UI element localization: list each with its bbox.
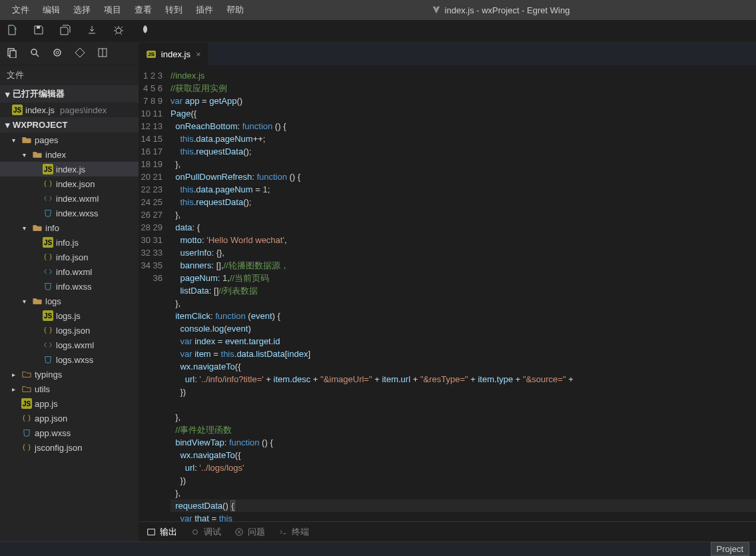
- svg-rect-3: [10, 51, 16, 58]
- menu-帮助[interactable]: 帮助: [220, 4, 250, 16]
- file-index.wxss[interactable]: index.wxss: [0, 206, 139, 220]
- chevron-icon: ▾: [23, 151, 29, 158]
- project-header[interactable]: ▾ WXPROJECT: [0, 117, 139, 133]
- main-menu: 文件编辑选择项目查看转到插件帮助: [5, 4, 250, 16]
- file-app.json[interactable]: app.json: [0, 411, 139, 425]
- file-logs.wxss[interactable]: logs.wxss: [0, 352, 139, 367]
- status-project[interactable]: Project: [711, 542, 749, 556]
- folder-typings[interactable]: ▸typings: [0, 367, 139, 382]
- file-jsconfig.json[interactable]: jsconfig.json: [0, 440, 139, 455]
- toolbar: [0, 20, 756, 43]
- debug-icon[interactable]: [113, 25, 124, 37]
- status-bar: Project: [0, 541, 756, 556]
- panel-title: 文件: [0, 65, 139, 85]
- menu-文件[interactable]: 文件: [5, 4, 36, 16]
- wxss-file-icon: [21, 427, 32, 438]
- menu-转到[interactable]: 转到: [159, 4, 189, 16]
- json-file-icon: [21, 442, 32, 453]
- menu-项目[interactable]: 项目: [97, 4, 128, 16]
- download-icon[interactable]: [87, 25, 97, 37]
- folder-icon: [32, 222, 43, 233]
- wxml-file-icon: [43, 193, 53, 204]
- folder-icon: [21, 135, 32, 145]
- wxml-file-icon: [43, 340, 53, 350]
- open-editors-header[interactable]: ▾ 已打开编辑器: [0, 85, 139, 103]
- layout-icon[interactable]: [97, 47, 108, 60]
- menu-编辑[interactable]: 编辑: [36, 4, 67, 16]
- close-icon[interactable]: ×: [196, 49, 201, 59]
- js-file-icon: JS: [43, 310, 53, 321]
- file-info.wxss[interactable]: info.wxss: [0, 279, 139, 294]
- new-file-icon[interactable]: [7, 25, 17, 37]
- json-file-icon: [43, 178, 53, 189]
- file-logs.json[interactable]: logs.json: [0, 323, 139, 338]
- window-title: index.js - wxProject - Egret Wing: [250, 5, 751, 15]
- folder-icon: [21, 369, 32, 380]
- js-file-icon: JS: [12, 105, 23, 115]
- panel-problems[interactable]: 问题: [234, 526, 265, 538]
- rocket-icon[interactable]: [140, 25, 151, 37]
- menu-查看[interactable]: 查看: [128, 4, 159, 16]
- tab-label: index.js: [161, 49, 190, 59]
- editor-area: JS index.js × 1 2 3 4 5 6 7 8 9 10 11 12…: [139, 43, 756, 541]
- svg-point-9: [193, 529, 198, 534]
- ring-icon[interactable]: [52, 47, 63, 60]
- js-file-icon: JS: [43, 237, 53, 248]
- save-all-icon[interactable]: [60, 25, 71, 37]
- save-icon[interactable]: [33, 25, 44, 37]
- chevron-down-icon: ▾: [5, 120, 10, 130]
- folder-icon: [32, 296, 43, 306]
- js-file-icon: JS: [21, 398, 32, 409]
- menu-插件[interactable]: 插件: [189, 4, 220, 16]
- folder-logs[interactable]: ▾logs: [0, 294, 139, 308]
- file-info.js[interactable]: JSinfo.js: [0, 235, 139, 250]
- file-info.wxml[interactable]: info.wxml: [0, 264, 139, 279]
- folder-index[interactable]: ▾index: [0, 147, 139, 162]
- json-file-icon: [21, 413, 32, 423]
- search-icon[interactable]: [29, 47, 40, 60]
- chevron-icon: ▾: [23, 298, 29, 305]
- explorer-icon[interactable]: [7, 47, 17, 60]
- file-info.json[interactable]: info.json: [0, 250, 139, 264]
- bottom-panel: 输出 调试 问题 终端: [139, 521, 756, 541]
- svg-rect-8: [148, 529, 155, 535]
- file-app.wxss[interactable]: app.wxss: [0, 425, 139, 440]
- sidebar: 文件 ▾ 已打开编辑器 JSindex.jspages\index ▾ WXPR…: [0, 43, 139, 541]
- svg-point-5: [54, 49, 61, 56]
- file-index.wxml[interactable]: index.wxml: [0, 191, 139, 206]
- panel-terminal[interactable]: 终端: [278, 526, 309, 538]
- folder-pages[interactable]: ▾pages: [0, 133, 139, 147]
- svg-point-4: [31, 49, 37, 55]
- open-editor-item[interactable]: JSindex.jspages\index: [0, 103, 139, 117]
- chevron-icon: ▾: [23, 224, 29, 232]
- line-gutter: 1 2 3 4 5 6 7 8 9 10 11 12 13 14 15 16 1…: [139, 65, 171, 521]
- panel-output[interactable]: 输出: [147, 526, 177, 538]
- json-file-icon: [43, 252, 53, 262]
- code-content[interactable]: //index.js //获取应用实例 var app = getApp() P…: [171, 65, 756, 521]
- js-file-icon: JS: [147, 51, 156, 58]
- file-logs.js[interactable]: JSlogs.js: [0, 308, 139, 323]
- folder-icon: [32, 149, 43, 160]
- js-file-icon: JS: [43, 164, 53, 174]
- code-editor[interactable]: 1 2 3 4 5 6 7 8 9 10 11 12 13 14 15 16 1…: [139, 65, 756, 521]
- folder-info[interactable]: ▾info: [0, 220, 139, 235]
- file-index.json[interactable]: index.json: [0, 176, 139, 191]
- tab-index-js[interactable]: JS index.js ×: [139, 43, 209, 65]
- file-app.js[interactable]: JSapp.js: [0, 396, 139, 411]
- editor-tabs: JS index.js ×: [139, 43, 756, 65]
- app-icon: [432, 5, 441, 15]
- json-file-icon: [43, 325, 53, 336]
- svg-rect-0: [37, 26, 40, 29]
- file-index.js[interactable]: JSindex.js: [0, 162, 139, 176]
- folder-utils[interactable]: ▸utils: [0, 382, 139, 396]
- wxss-file-icon: [43, 208, 53, 218]
- menu-bar: 文件编辑选择项目查看转到插件帮助 index.js - wxProject - …: [0, 0, 756, 20]
- panel-debug[interactable]: 调试: [190, 526, 221, 538]
- wxss-file-icon: [43, 354, 53, 365]
- wxss-file-icon: [43, 281, 53, 292]
- file-logs.wxml[interactable]: logs.wxml: [0, 338, 139, 352]
- svg-point-1: [116, 28, 121, 33]
- sidebar-tabs: [0, 43, 139, 65]
- source-control-icon[interactable]: [75, 47, 85, 60]
- menu-选择[interactable]: 选择: [67, 4, 97, 16]
